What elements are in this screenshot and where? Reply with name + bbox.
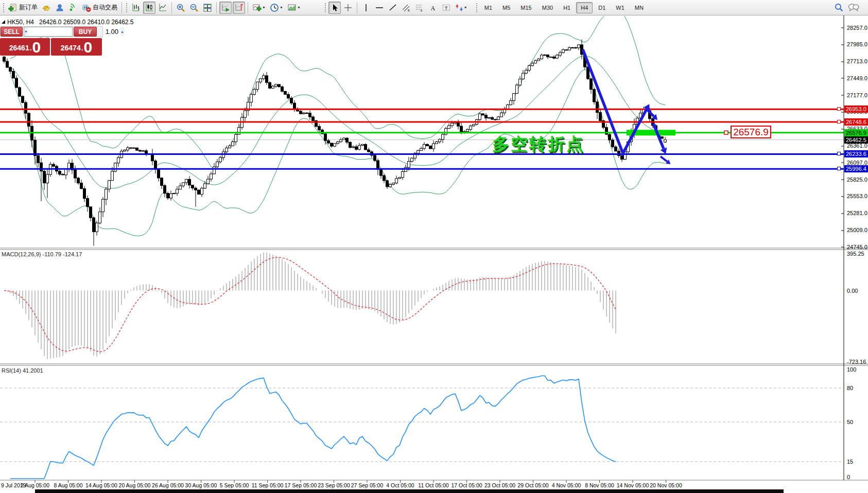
price-line-badge: 26953.0: [844, 105, 868, 113]
buy-price-main: 26474: [61, 41, 81, 55]
time-axis-label[interactable]: 23 Oct 05:00: [484, 482, 515, 488]
time-axis-label[interactable]: 17 Sep 05:00: [285, 482, 317, 488]
crosshair-button[interactable]: [342, 2, 354, 14]
timeframe-button-m5[interactable]: M5: [498, 2, 515, 13]
time-axis-label[interactable]: 20 Nov 05:00: [650, 482, 682, 488]
line-connector-handle[interactable]: [837, 107, 841, 111]
period-button[interactable]: ▼: [268, 2, 285, 14]
auto-scroll-button[interactable]: [219, 2, 232, 14]
volume-decrease-button[interactable]: ▼: [24, 27, 28, 36]
vertical-line-tool-button[interactable]: [360, 2, 372, 14]
timeframe-button-h1[interactable]: H1: [559, 2, 575, 13]
time-axis-label[interactable]: 2 Aug 05:00: [21, 482, 49, 488]
zoom-out-icon: [189, 3, 199, 12]
chevron-down-icon: ▼: [297, 6, 301, 9]
time-axis-label[interactable]: 14 Aug 05:00: [85, 482, 117, 488]
time-axis-label[interactable]: 8 Aug 05:00: [54, 482, 82, 488]
time-axis-label[interactable]: 11 Sep 05:00: [252, 482, 284, 488]
time-axis-label[interactable]: 23 Sep 05:00: [318, 482, 350, 488]
equidistant-channel-icon: E: [402, 4, 410, 12]
svg-text:F: F: [421, 9, 423, 12]
new-order-label: 新订单: [19, 3, 38, 12]
time-axis-label[interactable]: 30 Aug 05:00: [185, 482, 217, 488]
zoom-in-button[interactable]: [175, 2, 187, 14]
timeframe-button-m1[interactable]: M1: [480, 2, 497, 13]
time-axis-label[interactable]: 20 Aug 05:00: [119, 482, 151, 488]
toolbar-grip[interactable]: [126, 3, 128, 13]
time-axis-label[interactable]: 29 Oct 05:00: [517, 482, 548, 488]
price-axis-label: 28257.0: [847, 25, 867, 31]
sell-button[interactable]: SELL: [1, 27, 23, 37]
time-axis-label[interactable]: 4 Oct 05:00: [386, 482, 414, 488]
search-button[interactable]: [832, 2, 845, 14]
buy-button[interactable]: BUY: [74, 27, 97, 37]
bar-chart-icon: [132, 3, 141, 12]
toolbar: 新订单 自动交易 ▼: [0, 0, 868, 15]
rsi-axis-label: 80: [847, 385, 853, 391]
turning-point-annotation[interactable]: 多空转折点: [492, 133, 585, 156]
toolbar-grip[interactable]: [3, 3, 5, 13]
timeframe-button-mn[interactable]: MN: [630, 2, 648, 13]
toolbar-separator: [357, 2, 357, 13]
add-indicator-button[interactable]: ▼: [251, 2, 267, 14]
tile-windows-button[interactable]: [201, 2, 214, 14]
chat-bubbles-icon: [848, 3, 859, 12]
toolbar-grip[interactable]: [476, 3, 478, 13]
zoom-out-button[interactable]: [188, 2, 200, 14]
chart-canvas[interactable]: [0, 0, 868, 493]
market-watch-button[interactable]: [40, 2, 53, 14]
channel-tool-button[interactable]: E: [400, 2, 412, 14]
price-axis-label: 25281.0: [847, 210, 867, 216]
community-button[interactable]: [54, 2, 66, 14]
line-connector-handle[interactable]: [837, 167, 841, 170]
timeframe-button-m15[interactable]: M15: [516, 2, 536, 13]
chat-button[interactable]: [846, 2, 861, 14]
time-axis-label[interactable]: 11 Oct 05:00: [418, 482, 448, 488]
candlestick-chart-icon: [145, 3, 154, 12]
text-tool-button[interactable]: A: [427, 2, 439, 14]
rsi-axis-label: 15: [847, 459, 853, 465]
arrow-shapes-icon: [455, 4, 463, 12]
macd-axis-label: 395.25: [847, 251, 864, 257]
timeframe-button-d1[interactable]: D1: [594, 2, 610, 13]
time-axis-label[interactable]: 5 Sep 05:00: [220, 482, 249, 488]
toolbar-grip[interactable]: [324, 3, 326, 13]
price-tag-label[interactable]: 26576.9: [731, 126, 771, 138]
buy-price-dot: .: [81, 41, 83, 55]
candlestick-chart-button[interactable]: [143, 2, 155, 14]
text-label-tool-button[interactable]: T: [440, 2, 453, 14]
crosshair-icon: [344, 4, 352, 12]
timeframe-button-h4[interactable]: H4: [576, 2, 593, 13]
arrows-tool-button[interactable]: ▼: [454, 2, 469, 14]
trendline-tool-button[interactable]: [387, 2, 399, 14]
template-button[interactable]: ▼: [286, 2, 302, 14]
bar-chart-button[interactable]: [130, 2, 142, 14]
svg-text:E: E: [408, 9, 410, 12]
buy-price[interactable]: 26474.0: [51, 38, 102, 56]
timeframe-button-w1[interactable]: W1: [611, 2, 629, 13]
timeframe-button-m30[interactable]: M30: [537, 2, 558, 13]
line-connector-handle[interactable]: [837, 120, 841, 124]
price-axis-label: 25553.0: [847, 193, 867, 199]
toolbar-separator: [248, 2, 248, 13]
volume-increase-button[interactable]: ▲: [120, 27, 124, 36]
signals-button[interactable]: [67, 2, 79, 14]
fibonacci-tool-button[interactable]: F: [413, 2, 426, 14]
line-connector-handle[interactable]: [837, 152, 841, 155]
new-order-button[interactable]: 新订单: [7, 2, 39, 14]
trendline-icon: [389, 4, 397, 12]
auto-trading-button[interactable]: 自动交易: [80, 2, 119, 14]
time-axis-label[interactable]: 8 Nov 05:00: [585, 482, 614, 488]
time-axis-label[interactable]: 4 Nov 05:00: [552, 482, 581, 488]
line-chart-button[interactable]: [157, 2, 169, 14]
time-axis-label[interactable]: 26 Aug 05:00: [152, 482, 184, 488]
price-line-badge: 26748.6: [844, 118, 868, 126]
sell-price[interactable]: 26461.0: [0, 38, 50, 56]
chart-shift-button[interactable]: [233, 2, 245, 14]
time-axis-label[interactable]: 17 Oct 05:00: [451, 482, 482, 488]
time-axis-label[interactable]: 14 Nov 05:00: [617, 482, 649, 488]
cursor-button[interactable]: [328, 2, 341, 14]
time-axis-label[interactable]: 27 Sep 05:00: [351, 482, 383, 488]
symbol-header: HK50, H4 26426.0 26509.0 26410.0 26462.5: [7, 19, 134, 26]
horizontal-line-tool-button[interactable]: [373, 2, 386, 14]
